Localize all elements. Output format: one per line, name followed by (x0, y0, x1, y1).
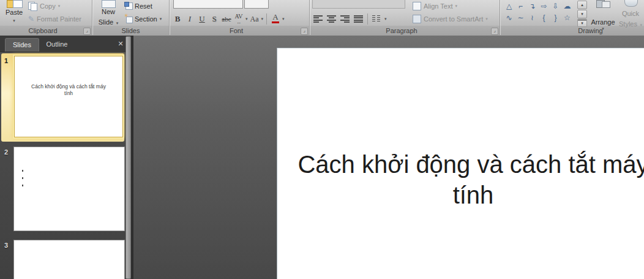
bullet-dot (22, 185, 23, 186)
shape-star-icon[interactable]: ☆ (561, 12, 573, 24)
convert-smartart-icon (413, 15, 421, 23)
shapes-more-button[interactable]: ▾ (577, 19, 587, 27)
bold-button[interactable]: B (172, 13, 183, 25)
align-right-button[interactable] (340, 15, 350, 23)
reset-label: Reset (135, 2, 152, 10)
reset-icon (124, 2, 132, 10)
align-text-label: Align Text (424, 2, 453, 10)
ribbon-group-font: B I U S abc AV ↔ ▾ Aa ▾ A ▾ Font ⌟ (170, 0, 309, 36)
clipboard-dialog-launcher-icon[interactable]: ⌟ (83, 28, 91, 35)
ribbon: Paste ▾ Copy ▾ ✎ Format Painter Clipboar… (0, 0, 644, 36)
strikethrough-button[interactable]: abc (221, 13, 232, 25)
copy-button[interactable]: Copy ▾ (28, 1, 60, 10)
font-group-label: Font (170, 27, 303, 34)
align-text-icon (413, 2, 421, 10)
columns-button[interactable] (372, 15, 380, 23)
paste-dropdown-icon: ▾ (1, 18, 27, 23)
shape-cloud-icon[interactable]: ☁ (561, 1, 573, 12)
section-icon: ✳ (124, 15, 132, 23)
shapes-scroll-down-button[interactable]: ▾ (577, 10, 587, 18)
tab-outline[interactable]: Outline (39, 38, 75, 51)
reset-button[interactable]: Reset (124, 1, 152, 10)
arrange-button[interactable]: Arrange ▾ (590, 0, 616, 26)
shape-right-brace-icon[interactable]: } (550, 12, 561, 24)
quick-styles-button[interactable]: Quick Styles ▾ (617, 0, 644, 26)
panel-tab-bar: Slides Outline ✕ (0, 36, 133, 52)
paragraph-group-label: Paragraph (310, 27, 493, 34)
slides-panel: Slides Outline ✕ 1 Cách khởi động và các… (0, 36, 133, 279)
arrange-label: Arrange (590, 18, 616, 26)
section-dropdown-icon: ▾ (160, 17, 162, 21)
slide-thumbnail-2[interactable] (13, 147, 125, 231)
small-separator (367, 13, 368, 25)
bullet-dot (22, 170, 23, 172)
ribbon-group-drawing: △ ⌐ ↴ ⇨ ⇩ ☁ ∿ ∼ ≀ { } ☆ ▴ ▾ ▾ (500, 0, 644, 36)
change-case-dropdown-icon: ▾ (261, 17, 264, 21)
justify-button[interactable] (354, 15, 363, 23)
shape-down-arrow-icon[interactable]: ⇩ (550, 1, 561, 12)
thumbnail-row-1[interactable]: 1 Cách khởi động và cách tắt máy tính (1, 53, 124, 142)
new-slide-icon (102, 0, 116, 8)
shape-arc-icon[interactable]: ∼ (515, 12, 526, 24)
section-label: Section (135, 15, 157, 23)
panel-close-icon[interactable]: ✕ (116, 39, 125, 48)
paste-button[interactable]: Paste ▾ (1, 0, 27, 26)
new-slide-button[interactable]: New Slide ▾ (94, 0, 122, 26)
underline-button[interactable]: U (197, 13, 208, 25)
shape-elbow-connector-icon[interactable]: ⌐ (515, 1, 526, 12)
align-left-button[interactable] (313, 15, 323, 23)
new-slide-label-1: New (94, 8, 122, 15)
align-text-button[interactable]: Align Text ▾ (413, 1, 457, 10)
new-slide-label-2: Slide (99, 18, 113, 26)
thumbnail-row-3[interactable]: 3 (1, 238, 124, 279)
paragraph-dialog-launcher-icon[interactable]: ⌟ (491, 28, 498, 35)
convert-smartart-label: Convert to SmartArt (424, 15, 483, 23)
columns-dropdown-icon: ▾ (384, 17, 387, 21)
format-painter-button[interactable]: ✎ Format Painter (28, 14, 81, 23)
shape-elbow-arrow-icon[interactable]: ↴ (526, 1, 538, 12)
paste-icon (7, 0, 23, 7)
tab-slides[interactable]: Slides (5, 38, 39, 52)
panel-scrollbar[interactable] (125, 36, 130, 279)
change-case-button[interactable]: Aa (249, 13, 260, 25)
bullet-dot (22, 177, 23, 179)
slide-page[interactable]: Cách khởi động và cách tắt máy tính (277, 48, 644, 279)
font-size-combo[interactable] (244, 0, 269, 9)
shape-curve-icon[interactable]: ≀ (526, 12, 538, 24)
section-button[interactable]: ✳ Section ▾ (124, 14, 162, 23)
slide-thumbnail-1[interactable]: Cách khởi động và cách tắt máy tính (14, 56, 123, 137)
paste-label: Paste (1, 9, 27, 16)
quick-styles-icon (624, 0, 638, 7)
align-text-dropdown-icon: ▾ (455, 4, 458, 9)
shape-scribble-icon[interactable]: ∿ (503, 12, 515, 24)
copy-icon (28, 1, 37, 10)
font-color-button[interactable]: A (270, 12, 281, 26)
shape-triangle-icon[interactable]: △ (503, 1, 515, 12)
font-name-combo[interactable] (173, 0, 243, 9)
arrange-icon (596, 0, 610, 7)
clipboard-group-label: Clipboard (0, 27, 86, 34)
font-dialog-launcher-icon[interactable]: ⌟ (301, 28, 308, 35)
thumbnail-row-2[interactable]: 2 (1, 145, 124, 232)
character-spacing-arrows-icon: ↔ (236, 20, 241, 25)
slide-title-textbox[interactable]: Cách khởi động và cách tắt máy tính (283, 149, 644, 211)
ribbon-group-paragraph: ▾ Align Text ▾ Convert to SmartArt ▾ Par… (310, 0, 500, 36)
shapes-gallery: △ ⌐ ↴ ⇨ ⇩ ☁ ∿ ∼ ≀ { } ☆ (503, 1, 575, 25)
panel-scrollbar-thumb[interactable] (125, 36, 131, 279)
small-separator (266, 13, 267, 25)
character-spacing-button[interactable]: AV ↔ (233, 12, 244, 26)
copy-dropdown-icon: ▾ (58, 4, 61, 9)
font-color-dropdown-icon: ▾ (282, 17, 285, 21)
text-shadow-button[interactable]: S (209, 13, 220, 25)
editor-canvas: Cách khởi động và cách tắt máy tính (133, 36, 644, 279)
ribbon-group-slides: New Slide ▾ Reset ✳ Section ▾ Slides (92, 0, 169, 36)
shape-right-arrow-icon[interactable]: ⇨ (538, 1, 550, 12)
align-center-button[interactable] (327, 15, 336, 23)
shape-left-brace-icon[interactable]: { (538, 12, 550, 24)
quick-styles-label-1: Quick (617, 10, 644, 17)
slide-thumbnail-3[interactable] (13, 240, 125, 279)
italic-button[interactable]: I (184, 13, 195, 25)
shapes-scroll-up-button[interactable]: ▴ (577, 1, 587, 9)
format-painter-icon: ✎ (28, 15, 34, 23)
convert-smartart-button[interactable]: Convert to SmartArt ▾ (413, 14, 488, 23)
